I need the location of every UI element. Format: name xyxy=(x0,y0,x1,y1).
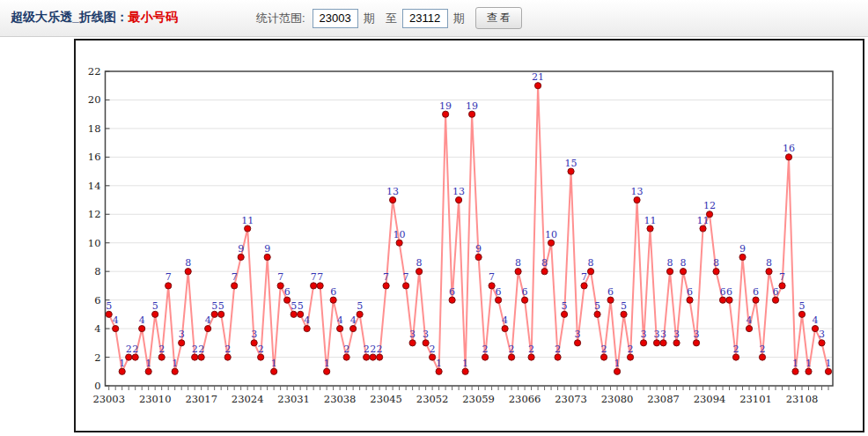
data-point xyxy=(541,269,548,275)
point-label: 13 xyxy=(452,186,465,197)
data-point xyxy=(456,196,462,203)
data-point xyxy=(364,354,370,360)
x-axis-label: 23087 xyxy=(647,393,680,405)
point-label: 8 xyxy=(667,257,673,269)
point-label: 7 xyxy=(317,271,323,283)
data-point xyxy=(166,283,172,289)
point-label: 4 xyxy=(113,314,119,326)
data-point xyxy=(700,225,706,232)
point-label: 19 xyxy=(439,100,452,112)
line-chart-svg: 0246810121416182022230032301023017230242… xyxy=(76,41,863,431)
data-point xyxy=(502,325,508,331)
data-point xyxy=(640,340,646,346)
point-label: 2 xyxy=(760,344,766,355)
data-point xyxy=(759,354,765,360)
data-point xyxy=(113,325,119,331)
x-axis-label: 23059 xyxy=(462,393,495,405)
point-label: 3 xyxy=(179,329,185,340)
header-bar: 超级大乐透_折线图：最小号码 统计范围: 期 至 期 查 看 xyxy=(0,0,868,37)
data-point xyxy=(139,325,145,331)
point-label: 3 xyxy=(641,329,647,340)
point-label: 2 xyxy=(132,344,138,355)
x-axis-label: 23003 xyxy=(92,393,125,405)
x-axis-label: 23031 xyxy=(277,393,310,405)
point-label: 2 xyxy=(430,344,436,355)
point-label: 5 xyxy=(562,300,568,312)
data-point xyxy=(462,368,468,374)
point-label: 7 xyxy=(489,271,495,283)
x-axis-label: 23038 xyxy=(324,393,357,405)
point-label: 6 xyxy=(773,286,779,298)
data-point xyxy=(528,354,534,360)
y-axis-label: 22 xyxy=(88,65,101,78)
point-label: 3 xyxy=(423,329,429,340)
point-label: 1 xyxy=(614,358,621,369)
data-point xyxy=(317,283,323,289)
point-label: 2 xyxy=(258,344,264,355)
data-point xyxy=(205,325,211,331)
point-label: 6 xyxy=(496,286,502,298)
y-axis-label: 10 xyxy=(88,237,101,249)
data-point xyxy=(396,240,402,246)
x-axis-label: 23108 xyxy=(786,393,819,405)
point-label: 5 xyxy=(621,300,627,312)
data-point xyxy=(534,83,541,89)
point-label: 1 xyxy=(462,358,468,369)
data-point xyxy=(753,297,759,303)
range-from-input[interactable] xyxy=(313,9,358,28)
point-label: 10 xyxy=(545,229,557,240)
data-point xyxy=(238,254,244,260)
data-point xyxy=(594,311,600,317)
data-point xyxy=(324,368,330,374)
point-label: 3 xyxy=(660,329,666,340)
data-point xyxy=(706,211,712,218)
point-label: 8 xyxy=(766,257,772,269)
data-point xyxy=(436,368,442,374)
data-point xyxy=(719,297,725,303)
data-point xyxy=(337,325,343,331)
point-label: 4 xyxy=(304,314,310,326)
data-point xyxy=(330,297,336,303)
point-label: 5 xyxy=(106,300,112,312)
data-point xyxy=(185,269,191,275)
data-point xyxy=(581,283,587,289)
point-label: 1 xyxy=(805,358,812,369)
point-label: 2 xyxy=(224,344,231,355)
period-suffix-to: 期 xyxy=(453,11,465,26)
data-point xyxy=(798,311,805,317)
data-point xyxy=(423,340,429,346)
point-label: 3 xyxy=(673,329,680,340)
point-label: 1 xyxy=(436,358,442,369)
data-point xyxy=(357,311,363,317)
y-axis-label: 20 xyxy=(88,93,101,106)
x-axis-label: 23094 xyxy=(694,393,726,405)
point-label: 12 xyxy=(703,200,716,211)
point-label: 2 xyxy=(733,344,739,355)
data-point xyxy=(634,196,640,203)
point-label: 1 xyxy=(172,358,178,369)
point-label: 3 xyxy=(819,329,825,340)
data-point xyxy=(304,325,310,331)
data-point xyxy=(291,311,297,317)
data-point xyxy=(145,368,151,374)
point-label: 6 xyxy=(330,286,336,298)
point-label: 8 xyxy=(588,257,594,269)
data-point xyxy=(179,340,185,346)
data-point xyxy=(370,354,376,360)
view-button[interactable]: 查 看 xyxy=(475,7,522,29)
data-point xyxy=(152,311,158,317)
data-point xyxy=(343,354,349,360)
data-point xyxy=(198,354,204,360)
point-label: 9 xyxy=(264,243,270,255)
y-axis-label: 0 xyxy=(94,380,100,392)
point-label: 1 xyxy=(826,358,832,369)
point-label: 4 xyxy=(350,314,357,326)
point-label: 19 xyxy=(466,100,478,112)
data-point xyxy=(232,283,238,289)
point-label: 2 xyxy=(126,344,132,355)
point-label: 6 xyxy=(284,286,291,298)
data-point xyxy=(680,269,686,275)
data-point xyxy=(746,325,752,331)
range-to-input[interactable] xyxy=(402,9,448,28)
point-label: 7 xyxy=(403,271,409,283)
